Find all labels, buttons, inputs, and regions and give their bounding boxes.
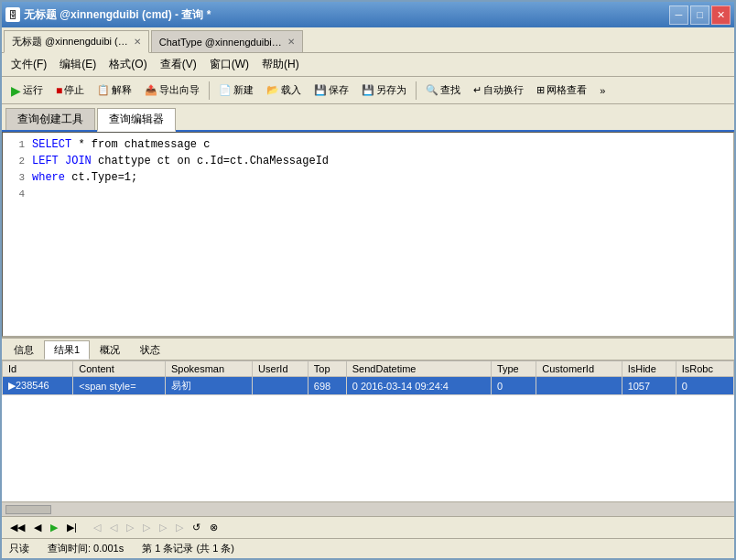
run-button[interactable]: ▶ 运行 <box>5 81 49 101</box>
query-editor[interactable]: 1 SELECT * from chatmessage c 2 LEFT JOI… <box>2 132 734 337</box>
tab-query-editor[interactable]: 查询编辑器 <box>97 108 176 132</box>
nav-step-back-2[interactable]: ◁ <box>107 521 120 534</box>
editor-line-1: 1 SELECT * from chatmessage c <box>6 136 730 153</box>
auto-wrap-button[interactable]: ↵ 自动换行 <box>468 81 529 100</box>
menu-view[interactable]: 查看(V) <box>155 55 202 74</box>
export-button[interactable]: 📤 导出向导 <box>139 81 205 100</box>
window-tab-label-1: ChatType @xinnengduibi… <box>159 37 282 48</box>
results-panel: 信息 结果1 概况 状态 Id Content Spokesman UserId… <box>2 337 734 538</box>
menu-edit[interactable]: 编辑(E) <box>54 55 102 74</box>
save-as-button[interactable]: 💾 另存为 <box>356 81 412 100</box>
toolbar-sep-1 <box>209 81 210 100</box>
window-tab-close-0[interactable]: ✕ <box>134 37 141 47</box>
line-content-2: LEFT JOIN chattype ct on c.Id=ct.ChaMess… <box>32 153 329 169</box>
main-window: 🗄 无标题 @xinnengduibi (cmd) - 查询 * ─ □ ✕ 无… <box>0 0 736 560</box>
search-icon: 🔍 <box>426 84 438 96</box>
nav-first-button[interactable]: ◀◀ <box>7 521 27 534</box>
horizontal-scrollbar[interactable] <box>2 501 734 516</box>
window-tab-close-1[interactable]: ✕ <box>287 37 295 47</box>
new-label: 新建 <box>233 83 254 97</box>
col-header-userid: UserId <box>253 361 308 377</box>
save-button[interactable]: 💾 保存 <box>308 81 354 100</box>
col-header-id: Id <box>3 361 73 377</box>
load-button[interactable]: 📂 载入 <box>261 81 307 100</box>
status-bar: 只读 查询时间: 0.001s 第 1 条记录 (共 1 条) <box>2 538 734 558</box>
nav-next-button[interactable]: ▶| <box>64 521 80 534</box>
explain-icon: 📋 <box>97 84 110 96</box>
cell-type: 0 <box>491 377 536 395</box>
col-header-customerid: CustomerId <box>536 361 622 377</box>
line-number-4: 4 <box>6 186 25 202</box>
run-label: 运行 <box>23 83 43 97</box>
results-table-area[interactable]: Id Content Spokesman UserId Top SendDate… <box>2 361 734 501</box>
explain-button[interactable]: 📋 解释 <box>92 81 137 100</box>
more-button[interactable]: » <box>594 82 611 99</box>
results-table: Id Content Spokesman UserId Top SendDate… <box>2 361 734 395</box>
menu-bar: 文件(F) 编辑(E) 格式(O) 查看(V) 窗口(W) 帮助(H) <box>2 53 734 77</box>
cell-customerid <box>536 377 622 395</box>
col-header-ishide: IsHide <box>622 361 676 377</box>
menu-file[interactable]: 文件(F) <box>5 55 52 74</box>
maximize-button[interactable]: □ <box>690 5 709 25</box>
more-label: » <box>600 85 605 96</box>
stop-label: 停止 <box>64 83 84 97</box>
window-title: 无标题 @xinnengduibi (cmd) - 查询 * <box>24 7 211 23</box>
line-content-1: SELECT * from chatmessage c <box>32 136 210 153</box>
cell-spokesman: 易初 <box>166 377 253 395</box>
tab-overview[interactable]: 概况 <box>90 340 130 360</box>
nav-step-back-1[interactable]: ◁ <box>91 521 103 534</box>
nav-cancel-button[interactable]: ⊗ <box>207 521 221 534</box>
minimize-button[interactable]: ─ <box>669 5 688 25</box>
nav-play-button[interactable]: ▶ <box>48 521 60 534</box>
tab-query-builder[interactable]: 查询创建工具 <box>5 108 95 130</box>
window-tab-1[interactable]: ChatType @xinnengduibi… ✕ <box>151 30 303 52</box>
table-row[interactable]: ▶238546 <span style= 易初 698 0 2016-03-14… <box>3 377 734 395</box>
title-bar: 🗄 无标题 @xinnengduibi (cmd) - 查询 * ─ □ ✕ <box>2 2 734 27</box>
close-button[interactable]: ✕ <box>711 5 731 25</box>
explain-label: 解释 <box>112 83 132 97</box>
nav-refresh-button[interactable]: ↺ <box>189 521 203 534</box>
nav-step-fwd-2[interactable]: ▷ <box>140 521 153 534</box>
app-icon: 🗄 <box>5 7 20 22</box>
tab-status[interactable]: 状态 <box>130 340 170 360</box>
stop-button[interactable]: ■ 停止 <box>50 81 90 100</box>
cell-isrobc: 0 <box>676 377 733 395</box>
grid-label: 网格查看 <box>547 83 587 97</box>
save-label: 保存 <box>329 83 349 97</box>
col-header-type: Type <box>491 361 536 377</box>
menu-format[interactable]: 格式(O) <box>103 55 152 74</box>
save-icon: 💾 <box>314 84 327 96</box>
col-header-senddatetime: SendDatetime <box>346 361 491 377</box>
editor-line-2: 2 LEFT JOIN chattype ct on c.Id=ct.ChaMe… <box>6 153 730 169</box>
nav-step-fwd-4[interactable]: ▷ <box>173 521 186 534</box>
status-readonly: 只读 <box>9 542 29 555</box>
window-tab-0[interactable]: 无标题 @xinnengduibi (… ✕ <box>4 30 149 53</box>
menu-help[interactable]: 帮助(H) <box>256 55 305 74</box>
export-label: 导出向导 <box>159 83 200 97</box>
window-tab-label-0: 无标题 @xinnengduibi (… <box>12 35 128 48</box>
line-content-4 <box>32 186 38 202</box>
cell-senddatetime: 0 2016-03-14 09:24:4 <box>346 377 491 395</box>
grid-view-button[interactable]: ⊞ 网格查看 <box>531 81 592 100</box>
tab-result1[interactable]: 结果1 <box>44 340 90 360</box>
new-icon: 📄 <box>219 84 232 96</box>
nav-step-fwd-3[interactable]: ▷ <box>157 521 169 534</box>
line-content-3: where ct.Type=1; <box>32 169 137 186</box>
nav-step-fwd-1[interactable]: ▷ <box>124 521 136 534</box>
export-icon: 📤 <box>145 84 157 96</box>
find-label: 查找 <box>440 83 460 97</box>
tab-info[interactable]: 信息 <box>4 340 44 360</box>
line-number-1: 1 <box>6 136 25 153</box>
scrollbar-thumb[interactable] <box>5 505 51 514</box>
nav-prev-button[interactable]: ◀ <box>31 521 44 534</box>
auto-wrap-icon: ↵ <box>473 84 482 96</box>
cell-top: 698 <box>308 377 346 395</box>
find-button[interactable]: 🔍 查找 <box>420 81 466 100</box>
load-icon: 📂 <box>266 84 279 96</box>
menu-window[interactable]: 窗口(W) <box>204 55 254 74</box>
col-header-top: Top <box>308 361 346 377</box>
new-button[interactable]: 📄 新建 <box>213 81 259 100</box>
status-records: 第 1 条记录 (共 1 条) <box>142 542 234 555</box>
cell-id: ▶238546 <box>3 377 73 395</box>
results-tab-bar: 信息 结果1 概况 状态 <box>2 339 734 361</box>
